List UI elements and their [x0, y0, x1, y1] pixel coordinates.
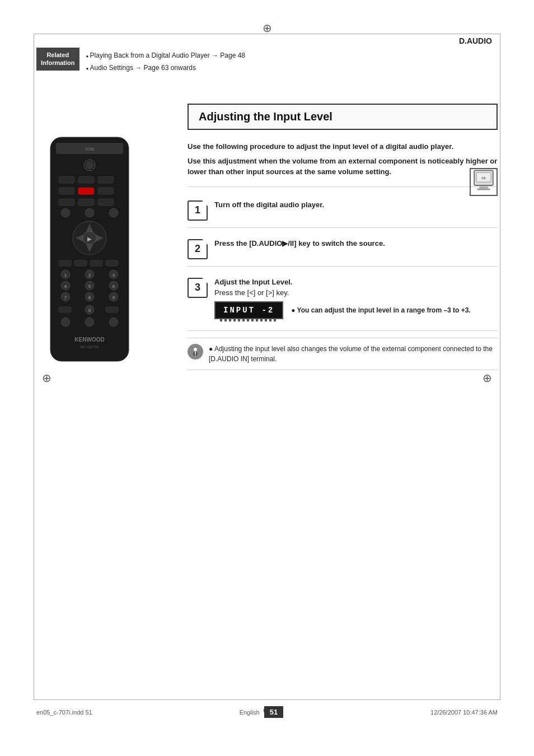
- page-number-box: English 51: [240, 706, 284, 718]
- related-link-1: Playing Back from a Digital Audio Player…: [86, 50, 246, 62]
- language-label: English: [240, 709, 260, 716]
- step-1-content: Turn off the digital audio player.: [214, 200, 498, 209]
- step-1-number: 1: [188, 200, 208, 221]
- svg-text:CD: CD: [481, 176, 486, 180]
- step-1-instruction: Turn off the digital audio player.: [214, 200, 324, 209]
- step-2-instruction: Press the [D.AUDIO▶/II] key to switch th…: [214, 239, 385, 248]
- page-border-bottom: [34, 699, 500, 700]
- step-1-row: 1 Turn off the digital audio player.: [188, 194, 498, 228]
- section-title-box: Adjusting the Input Level: [188, 104, 498, 130]
- related-info-links: Playing Back from a Digital Audio Player…: [86, 48, 246, 74]
- section-title: Adjusting the Input Level: [199, 110, 486, 123]
- step-2-content: Press the [D.AUDIO▶/II] key to switch th…: [214, 239, 498, 248]
- step-3-row: 3 Adjust the Input Level. Press the [<] …: [188, 271, 498, 331]
- step-2-row: 2 Press the [D.AUDIO▶/II] key to switch …: [188, 232, 498, 267]
- input-display-box: INPUT -2: [214, 301, 283, 319]
- page-border-left: [34, 34, 34, 700]
- note-text: ● Adjusting the input level also changes…: [209, 344, 498, 364]
- daudio-section-label: D.AUDIO: [459, 36, 492, 45]
- step-3-content: Adjust the Input Level. Press the [<] or…: [214, 278, 498, 324]
- intro-text: Use the following procedure to adjust th…: [188, 141, 498, 178]
- input-display-area: INPUT -2 ● You can adjust the input leve…: [214, 301, 498, 319]
- note-icon: !: [188, 344, 203, 360]
- page-border-right: [500, 34, 500, 700]
- steps-area: 1 Turn off the digital audio player. 2 P…: [188, 194, 498, 331]
- related-link-2: Audio Settings → Page 63 onwards: [86, 62, 246, 74]
- step-3-number: 3: [188, 278, 208, 298]
- intro-paragraph-2: Use this adjustment when the volume from…: [188, 156, 498, 178]
- svg-rect-62: [477, 189, 490, 190]
- step-2-number: 2: [188, 239, 208, 259]
- main-content: Adjusting the Input Level Use the follow…: [36, 104, 498, 370]
- footer-filename: en05_c-707i.indd 51: [36, 709, 92, 716]
- step-3-sub: Press the [<] or [>] key.: [214, 288, 498, 297]
- intro-paragraph-1: Use the following procedure to adjust th…: [188, 141, 498, 152]
- divider-1: [188, 186, 498, 187]
- input-level-note: ● You can adjust the input level in a ra…: [291, 305, 471, 315]
- crosshair-right-icon: ⊕: [483, 371, 492, 385]
- related-info-badge: Related Information: [36, 48, 79, 71]
- display-unit-icon: CD: [470, 168, 498, 196]
- related-info-section: Related Information Playing Back from a …: [36, 48, 245, 74]
- step-3-instruction: Adjust the Input Level.: [214, 278, 498, 286]
- page-number: 51: [264, 706, 283, 718]
- svg-rect-61: [479, 186, 488, 189]
- svg-text:!: !: [194, 351, 196, 357]
- footer-date: 12/26/2007 10:47:36 AM: [430, 709, 498, 716]
- footer: en05_c-707i.indd 51 English 51 12/26/200…: [36, 706, 498, 718]
- note-row: ! ● Adjusting the input level also chang…: [188, 338, 498, 370]
- crosshair-top-icon: ⊕: [263, 21, 272, 35]
